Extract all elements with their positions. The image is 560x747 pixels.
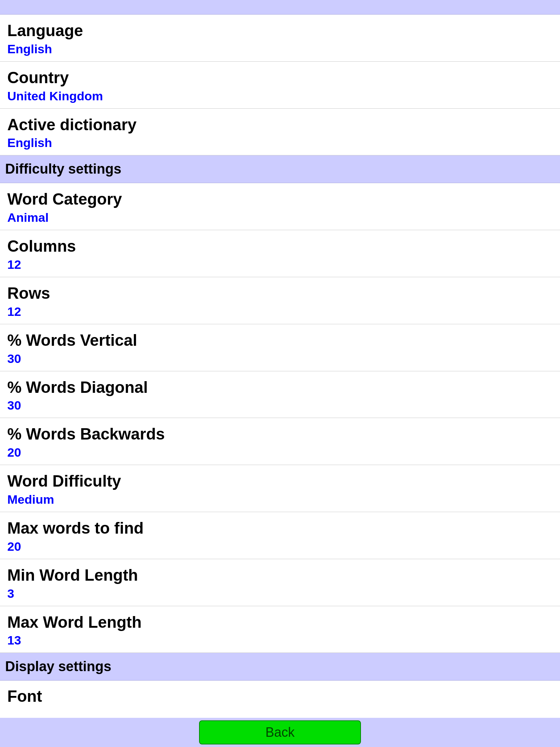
max-words-value: 20 [7, 539, 553, 554]
difficulty-settings-header-text: Difficulty settings [5, 161, 555, 177]
words-backwards-value: 20 [7, 445, 553, 460]
active-dictionary-setting[interactable]: Active dictionary English [0, 109, 560, 156]
font-label: Font [7, 687, 553, 705]
max-words-setting[interactable]: Max words to find 20 [0, 512, 560, 559]
word-difficulty-value: Medium [7, 492, 553, 507]
word-category-label: Word Category [7, 190, 553, 209]
words-diagonal-label: % Words Diagonal [7, 378, 553, 397]
words-diagonal-setting[interactable]: % Words Diagonal 30 [0, 371, 560, 418]
rows-value: 12 [7, 305, 553, 319]
country-setting[interactable]: Country United Kingdom [0, 62, 560, 109]
columns-setting[interactable]: Columns 12 [0, 230, 560, 277]
min-word-length-value: 3 [7, 587, 553, 601]
language-label: Language [7, 21, 553, 40]
word-difficulty-setting[interactable]: Word Difficulty Medium [0, 465, 560, 512]
language-setting[interactable]: Language English [0, 15, 560, 62]
words-diagonal-value: 30 [7, 398, 553, 413]
display-settings-header: Display settings [0, 653, 560, 681]
columns-value: 12 [7, 258, 553, 272]
word-category-setting[interactable]: Word Category Animal [0, 183, 560, 230]
words-vertical-setting[interactable]: % Words Vertical 30 [0, 324, 560, 371]
active-dictionary-label: Active dictionary [7, 115, 553, 135]
rows-label: Rows [7, 284, 553, 303]
word-difficulty-label: Word Difficulty [7, 472, 553, 491]
min-word-length-label: Min Word Length [7, 566, 553, 585]
language-value: English [7, 42, 553, 56]
rows-setting[interactable]: Rows 12 [0, 277, 560, 324]
words-vertical-value: 30 [7, 352, 553, 366]
country-label: Country [7, 68, 553, 88]
active-dictionary-value: English [7, 136, 553, 150]
country-value: United Kingdom [7, 89, 553, 103]
words-backwards-label: % Words Backwards [7, 425, 553, 444]
min-word-length-setting[interactable]: Min Word Length 3 [0, 559, 560, 606]
back-button[interactable]: Back [199, 720, 361, 744]
max-word-length-value: 13 [7, 633, 553, 647]
max-words-label: Max words to find [7, 519, 553, 538]
top-bar [0, 0, 560, 15]
display-settings-header-text: Display settings [5, 659, 555, 674]
font-setting[interactable]: Font [0, 681, 560, 705]
difficulty-settings-header: Difficulty settings [0, 155, 560, 183]
max-word-length-setting[interactable]: Max Word Length 13 [0, 606, 560, 653]
words-backwards-setting[interactable]: % Words Backwards 20 [0, 418, 560, 465]
columns-label: Columns [7, 237, 553, 256]
max-word-length-label: Max Word Length [7, 613, 553, 632]
bottom-bar: Back [0, 718, 560, 747]
word-category-value: Animal [7, 210, 553, 225]
words-vertical-label: % Words Vertical [7, 331, 553, 350]
